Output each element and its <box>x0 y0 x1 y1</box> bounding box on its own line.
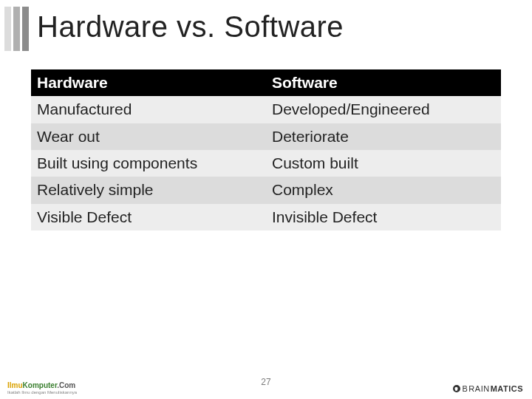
table-row: Relatively simple Complex <box>31 177 501 203</box>
brand-part-dotcom: .Com <box>57 381 75 389</box>
brand-letter-b: B <box>463 384 468 393</box>
table-cell: Complex <box>266 177 501 203</box>
table-cell: Invisible Defect <box>266 204 501 231</box>
table-cell: Wear out <box>31 123 266 150</box>
table-cell: Manufactured <box>31 96 266 123</box>
table-header-software: Software <box>266 69 501 96</box>
table-cell: Developed/Engineered <box>266 96 501 123</box>
deco-bar <box>13 7 20 51</box>
footer-left-brand: IlmuKomputer.Com <box>7 382 77 389</box>
table-cell: Deteriorate <box>266 123 501 150</box>
brain-icon <box>453 385 460 392</box>
table-cell: Visible Defect <box>31 204 266 231</box>
table-row: Wear out Deteriorate <box>31 123 501 150</box>
deco-bar <box>22 7 29 51</box>
table-cell: Relatively simple <box>31 177 266 203</box>
table-header-row: Hardware Software <box>31 69 501 96</box>
slide: Hardware vs. Software Hardware Software … <box>0 0 532 399</box>
table-header-hardware: Hardware <box>31 69 266 96</box>
decorative-bars <box>4 7 29 51</box>
brand-part-komputer: Komputer <box>23 381 58 389</box>
slide-title: Hardware vs. Software <box>37 10 344 44</box>
footer-left-logo: IlmuKomputer.Com Ikatlah Ilmu dengan Men… <box>7 382 77 395</box>
comparison-table: Hardware Software Manufactured Developed… <box>31 69 501 231</box>
table-row: Built using components Custom built <box>31 150 501 177</box>
footer-right-logo: BRAINMATICS <box>453 384 523 393</box>
deco-bar <box>4 7 11 51</box>
table-cell: Built using components <box>31 150 266 177</box>
brand-part-ilmu: Ilmu <box>7 381 23 389</box>
brand-part-matics: MATICS <box>491 384 523 393</box>
footer-left-tagline: Ikatlah Ilmu dengan Menuliskannya <box>7 390 77 395</box>
table-cell: Custom built <box>266 150 501 177</box>
table-row: Visible Defect Invisible Defect <box>31 204 501 231</box>
brand-part-rain: RAIN <box>468 384 489 393</box>
table-row: Manufactured Developed/Engineered <box>31 96 501 123</box>
